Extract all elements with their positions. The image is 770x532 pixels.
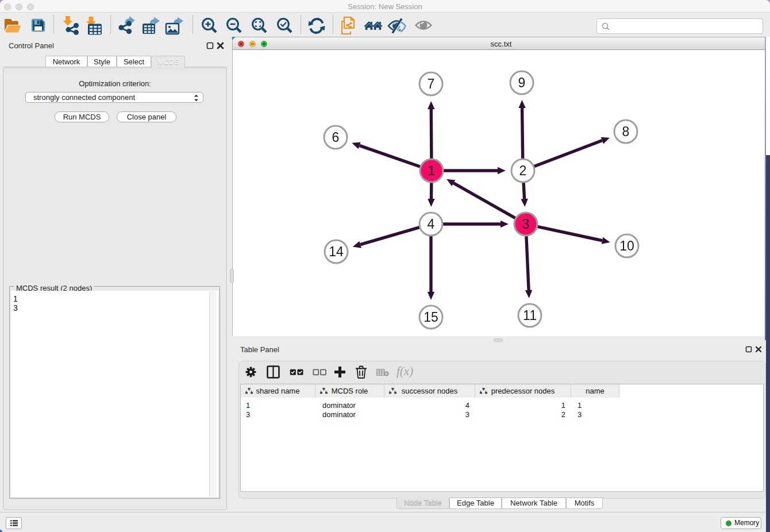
svg-text:6: 6	[332, 130, 340, 145]
svg-text:3: 3	[522, 217, 530, 232]
svg-text:7: 7	[428, 76, 435, 91]
svg-text:1: 1	[428, 163, 436, 178]
svg-text:2: 2	[519, 163, 527, 178]
svg-text:14: 14	[329, 244, 344, 259]
svg-text:11: 11	[523, 308, 537, 323]
svg-text:10: 10	[619, 238, 634, 253]
svg-text:8: 8	[622, 124, 630, 139]
svg-text:15: 15	[424, 310, 438, 325]
svg-text:4: 4	[428, 217, 435, 232]
svg-text:9: 9	[518, 75, 526, 90]
